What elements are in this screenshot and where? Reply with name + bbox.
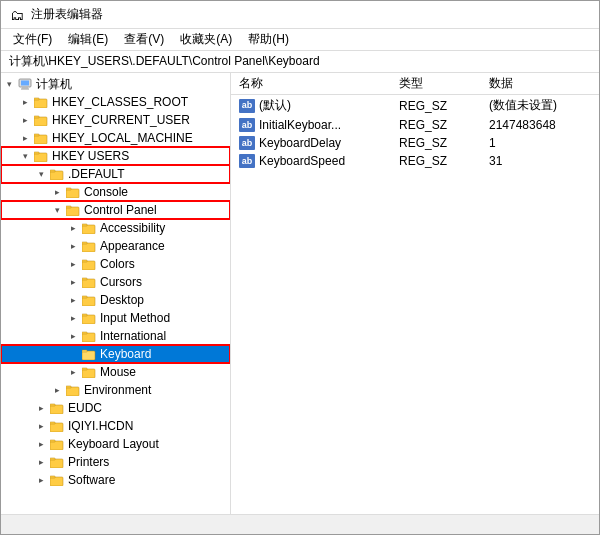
folder-icon [49, 455, 65, 469]
tree-item-cursors[interactable]: ▸ Cursors [1, 273, 230, 291]
tree-label: Printers [68, 455, 109, 469]
svg-rect-34 [82, 369, 95, 378]
folder-icon [81, 275, 97, 289]
tree-item-accessibility[interactable]: ▸ Accessibility [1, 219, 230, 237]
row-name: ab KeyboardDelay [239, 136, 399, 150]
tree-item-console[interactable]: ▸ Console [1, 183, 230, 201]
tree-item-mouse[interactable]: ▸ Mouse [1, 363, 230, 381]
expand-btn[interactable]: ▸ [65, 274, 81, 290]
app-icon: 🗂 [9, 7, 25, 23]
svg-rect-27 [82, 296, 87, 298]
expand-btn[interactable]: ▾ [17, 148, 33, 164]
tree-item-colors[interactable]: ▸ Colors [1, 255, 230, 273]
tree-label: Console [84, 185, 128, 199]
tree-label: Environment [84, 383, 151, 397]
detail-panel: 名称 类型 数据 ab (默认) REG_SZ (数值未设置) ab Initi… [231, 73, 599, 514]
folder-icon [81, 239, 97, 253]
tree-item-input_method[interactable]: ▸ Input Method [1, 309, 230, 327]
expand-btn[interactable]: ▸ [65, 220, 81, 236]
svg-rect-15 [66, 188, 71, 190]
tree-label: Colors [100, 257, 135, 271]
folder-icon [81, 329, 97, 343]
tree-item-appearance[interactable]: ▸ Appearance [1, 237, 230, 255]
expand-btn[interactable]: ▾ [1, 76, 17, 92]
tree-item-hkey_classes_root[interactable]: ▸ HKEY_CLASSES_ROOT [1, 93, 230, 111]
expand-btn[interactable]: ▸ [33, 472, 49, 488]
ab-icon: ab [239, 99, 255, 113]
expand-btn[interactable]: ▸ [33, 454, 49, 470]
tree-item-control_panel[interactable]: ▾ Control Panel [1, 201, 230, 219]
svg-rect-17 [66, 206, 71, 208]
tree-item-printers[interactable]: ▸ Printers [1, 453, 230, 471]
tree-label: HKEY_CLASSES_ROOT [52, 95, 188, 109]
content-area: ▾ 计算机▸ HKEY_CLASSES_ROOT▸ HKEY_CURRENT_U… [1, 73, 599, 514]
tree-item-hkey_users[interactable]: ▾ HKEY USERS [1, 147, 230, 165]
tree-item-computer[interactable]: ▾ 计算机 [1, 75, 230, 93]
svg-rect-23 [82, 260, 87, 262]
svg-rect-25 [82, 278, 87, 280]
folder-icon [65, 185, 81, 199]
tree-item-keyboard[interactable]: ▸ Keyboard [1, 345, 230, 363]
table-row[interactable]: ab KeyboardSpeed REG_SZ 31 [231, 152, 599, 170]
tree-item-default[interactable]: ▾ .DEFAULT [1, 165, 230, 183]
tree-item-environment[interactable]: ▸ Environment [1, 381, 230, 399]
svg-rect-16 [66, 207, 79, 216]
window-title: 注册表编辑器 [31, 6, 103, 23]
expand-btn[interactable]: ▸ [65, 310, 81, 326]
tree-item-hkey_current_user[interactable]: ▸ HKEY_CURRENT_USER [1, 111, 230, 129]
menu-edit[interactable]: 编辑(E) [60, 30, 116, 49]
expand-btn[interactable]: ▸ [33, 400, 49, 416]
tree-label: Desktop [100, 293, 144, 307]
expand-btn[interactable]: ▸ [17, 94, 33, 110]
row-name-text: KeyboardDelay [259, 136, 341, 150]
ab-icon: ab [239, 136, 255, 150]
tree-item-hkey_local_machine[interactable]: ▸ HKEY_LOCAL_MACHINE [1, 129, 230, 147]
expand-btn[interactable]: ▸ [65, 364, 81, 380]
svg-rect-14 [66, 189, 79, 198]
expand-btn[interactable]: ▸ [33, 418, 49, 434]
row-data: 2147483648 [489, 118, 591, 132]
menu-help[interactable]: 帮助(H) [240, 30, 297, 49]
tree-panel[interactable]: ▾ 计算机▸ HKEY_CLASSES_ROOT▸ HKEY_CURRENT_U… [1, 73, 231, 514]
table-row[interactable]: ab (默认) REG_SZ (数值未设置) [231, 95, 599, 116]
tree-label: Keyboard Layout [68, 437, 159, 451]
row-name: ab InitialKeyboar... [239, 118, 399, 132]
tree-label: HKEY_LOCAL_MACHINE [52, 131, 193, 145]
tree-label: Software [68, 473, 115, 487]
menu-favorites[interactable]: 收藏夹(A) [172, 30, 240, 49]
expand-btn[interactable]: ▸ [65, 292, 81, 308]
tree-item-software[interactable]: ▸ Software [1, 471, 230, 489]
menu-view[interactable]: 查看(V) [116, 30, 172, 49]
svg-rect-30 [82, 333, 95, 342]
tree-label: Control Panel [84, 203, 157, 217]
svg-rect-20 [82, 243, 95, 252]
expand-btn[interactable]: ▸ [65, 238, 81, 254]
expand-btn[interactable]: ▸ [33, 436, 49, 452]
expand-btn[interactable]: ▸ [49, 184, 65, 200]
tree-label: IQIYI.HCDN [68, 419, 133, 433]
tree-item-desktop[interactable]: ▸ Desktop [1, 291, 230, 309]
svg-rect-6 [34, 117, 47, 126]
tree-item-eudc[interactable]: ▸ EUDC [1, 399, 230, 417]
tree-item-keyboard_layout[interactable]: ▸ Keyboard Layout [1, 435, 230, 453]
tree-item-iqiyi[interactable]: ▸ IQIYI.HCDN [1, 417, 230, 435]
folder-icon [33, 113, 49, 127]
row-name-text: InitialKeyboar... [259, 118, 341, 132]
expand-btn[interactable]: ▸ [17, 130, 33, 146]
row-name: ab (默认) [239, 97, 399, 114]
expand-btn[interactable]: ▾ [49, 202, 65, 218]
expand-btn[interactable]: ▸ [49, 382, 65, 398]
svg-rect-33 [82, 350, 87, 352]
expand-btn[interactable]: ▸ [65, 256, 81, 272]
expand-btn[interactable]: ▸ [65, 328, 81, 344]
folder-icon [49, 167, 65, 181]
table-row[interactable]: ab InitialKeyboar... REG_SZ 2147483648 [231, 116, 599, 134]
col-data: 数据 [489, 75, 591, 92]
menu-file[interactable]: 文件(F) [5, 30, 60, 49]
table-row[interactable]: ab KeyboardDelay REG_SZ 1 [231, 134, 599, 152]
expand-btn[interactable]: ▸ [17, 112, 33, 128]
expand-btn[interactable]: ▾ [33, 166, 49, 182]
svg-rect-4 [34, 99, 47, 108]
tree-item-international[interactable]: ▸ International [1, 327, 230, 345]
row-type: REG_SZ [399, 99, 489, 113]
